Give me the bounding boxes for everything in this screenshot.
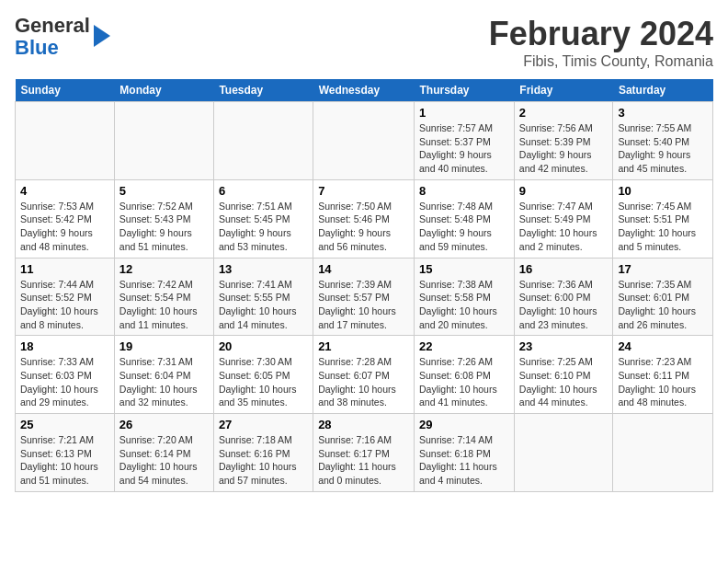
calendar-cell: 6Sunrise: 7:51 AM Sunset: 5:45 PM Daylig… bbox=[213, 179, 313, 258]
day-info: Sunrise: 7:21 AM Sunset: 6:13 PM Dayligh… bbox=[20, 434, 98, 486]
day-number: 27 bbox=[219, 418, 308, 431]
calendar-cell: 4Sunrise: 7:53 AM Sunset: 5:42 PM Daylig… bbox=[16, 179, 115, 258]
day-number: 29 bbox=[419, 418, 509, 431]
calendar-week-4: 18Sunrise: 7:33 AM Sunset: 6:03 PM Dayli… bbox=[16, 336, 713, 414]
day-info: Sunrise: 7:56 AM Sunset: 5:39 PM Dayligh… bbox=[519, 122, 593, 174]
day-info: Sunrise: 7:41 AM Sunset: 5:55 PM Dayligh… bbox=[219, 279, 297, 330]
day-info: Sunrise: 7:50 AM Sunset: 5:46 PM Dayligh… bbox=[318, 201, 392, 252]
calendar-cell: 22Sunrise: 7:26 AM Sunset: 6:08 PM Dayli… bbox=[415, 336, 515, 414]
day-number: 25 bbox=[20, 418, 109, 431]
day-info: Sunrise: 7:36 AM Sunset: 6:00 PM Dayligh… bbox=[519, 279, 597, 330]
day-number: 9 bbox=[519, 184, 609, 198]
day-number: 21 bbox=[318, 339, 409, 353]
calendar-cell: 29Sunrise: 7:14 AM Sunset: 6:18 PM Dayli… bbox=[415, 414, 515, 492]
day-number: 19 bbox=[119, 339, 209, 353]
day-info: Sunrise: 7:23 AM Sunset: 6:11 PM Dayligh… bbox=[618, 356, 696, 408]
header: General Blue February 2024 Fibis, Timis … bbox=[15, 15, 713, 70]
header-sunday: Sunday bbox=[16, 79, 115, 102]
title-area: February 2024 Fibis, Timis County, Roman… bbox=[489, 15, 713, 70]
calendar-cell bbox=[514, 414, 613, 492]
calendar-cell: 12Sunrise: 7:42 AM Sunset: 5:54 PM Dayli… bbox=[114, 258, 213, 336]
calendar-cell bbox=[114, 102, 213, 180]
day-info: Sunrise: 7:47 AM Sunset: 5:49 PM Dayligh… bbox=[519, 201, 597, 252]
day-info: Sunrise: 7:18 AM Sunset: 6:16 PM Dayligh… bbox=[219, 434, 297, 486]
day-number: 26 bbox=[119, 418, 209, 431]
day-number: 18 bbox=[20, 339, 109, 353]
day-number: 5 bbox=[119, 184, 209, 198]
day-info: Sunrise: 7:14 AM Sunset: 6:18 PM Dayligh… bbox=[419, 434, 497, 486]
header-monday: Monday bbox=[114, 79, 213, 102]
header-saturday: Saturday bbox=[613, 79, 713, 102]
day-number: 3 bbox=[618, 106, 708, 120]
calendar-cell: 9Sunrise: 7:47 AM Sunset: 5:49 PM Daylig… bbox=[514, 179, 613, 258]
calendar-week-3: 11Sunrise: 7:44 AM Sunset: 5:52 PM Dayli… bbox=[16, 258, 713, 336]
calendar-cell: 5Sunrise: 7:52 AM Sunset: 5:43 PM Daylig… bbox=[114, 179, 213, 258]
day-info: Sunrise: 7:26 AM Sunset: 6:08 PM Dayligh… bbox=[419, 356, 497, 408]
day-info: Sunrise: 7:20 AM Sunset: 6:14 PM Dayligh… bbox=[119, 434, 198, 486]
day-info: Sunrise: 7:16 AM Sunset: 6:17 PM Dayligh… bbox=[318, 434, 396, 486]
sub-title: Fibis, Timis County, Romania bbox=[489, 53, 713, 70]
calendar-week-5: 25Sunrise: 7:21 AM Sunset: 6:13 PM Dayli… bbox=[16, 414, 713, 492]
day-number: 7 bbox=[318, 184, 409, 198]
calendar-header-row: SundayMondayTuesdayWednesdayThursdayFrid… bbox=[16, 79, 713, 102]
day-info: Sunrise: 7:45 AM Sunset: 5:51 PM Dayligh… bbox=[618, 201, 696, 252]
calendar-cell: 2Sunrise: 7:56 AM Sunset: 5:39 PM Daylig… bbox=[514, 102, 613, 180]
day-number: 23 bbox=[519, 339, 609, 353]
day-info: Sunrise: 7:39 AM Sunset: 5:57 PM Dayligh… bbox=[318, 279, 396, 330]
calendar-cell: 21Sunrise: 7:28 AM Sunset: 6:07 PM Dayli… bbox=[313, 336, 415, 414]
calendar-cell: 3Sunrise: 7:55 AM Sunset: 5:40 PM Daylig… bbox=[613, 102, 713, 180]
day-info: Sunrise: 7:51 AM Sunset: 5:45 PM Dayligh… bbox=[219, 201, 292, 252]
day-number: 20 bbox=[219, 339, 308, 353]
calendar-cell: 14Sunrise: 7:39 AM Sunset: 5:57 PM Dayli… bbox=[313, 258, 415, 336]
calendar-cell: 17Sunrise: 7:35 AM Sunset: 6:01 PM Dayli… bbox=[613, 258, 713, 336]
day-number: 12 bbox=[119, 262, 209, 276]
calendar-cell bbox=[313, 102, 415, 180]
day-number: 13 bbox=[219, 262, 308, 276]
day-number: 16 bbox=[519, 262, 609, 276]
logo-general: General bbox=[15, 14, 90, 37]
day-info: Sunrise: 7:31 AM Sunset: 6:04 PM Dayligh… bbox=[119, 356, 198, 408]
calendar-cell: 13Sunrise: 7:41 AM Sunset: 5:55 PM Dayli… bbox=[213, 258, 313, 336]
day-info: Sunrise: 7:25 AM Sunset: 6:10 PM Dayligh… bbox=[519, 356, 597, 408]
calendar-cell: 8Sunrise: 7:48 AM Sunset: 5:48 PM Daylig… bbox=[415, 179, 515, 258]
day-info: Sunrise: 7:38 AM Sunset: 5:58 PM Dayligh… bbox=[419, 279, 497, 330]
day-number: 2 bbox=[519, 106, 609, 120]
day-info: Sunrise: 7:35 AM Sunset: 6:01 PM Dayligh… bbox=[618, 279, 696, 330]
header-tuesday: Tuesday bbox=[213, 79, 313, 102]
day-number: 28 bbox=[318, 418, 409, 431]
calendar-cell: 16Sunrise: 7:36 AM Sunset: 6:00 PM Dayli… bbox=[514, 258, 613, 336]
day-info: Sunrise: 7:52 AM Sunset: 5:43 PM Dayligh… bbox=[119, 201, 193, 252]
header-thursday: Thursday bbox=[415, 79, 515, 102]
calendar-week-1: 1Sunrise: 7:57 AM Sunset: 5:37 PM Daylig… bbox=[16, 102, 713, 180]
day-info: Sunrise: 7:55 AM Sunset: 5:40 PM Dayligh… bbox=[618, 122, 691, 174]
calendar-cell bbox=[16, 102, 115, 180]
calendar-cell: 19Sunrise: 7:31 AM Sunset: 6:04 PM Dayli… bbox=[114, 336, 213, 414]
header-wednesday: Wednesday bbox=[313, 79, 415, 102]
day-number: 24 bbox=[618, 339, 708, 353]
calendar-week-2: 4Sunrise: 7:53 AM Sunset: 5:42 PM Daylig… bbox=[16, 179, 713, 258]
calendar-table: SundayMondayTuesdayWednesdayThursdayFrid… bbox=[15, 79, 713, 492]
day-info: Sunrise: 7:57 AM Sunset: 5:37 PM Dayligh… bbox=[419, 122, 493, 174]
day-info: Sunrise: 7:42 AM Sunset: 5:54 PM Dayligh… bbox=[119, 279, 198, 330]
day-info: Sunrise: 7:33 AM Sunset: 6:03 PM Dayligh… bbox=[20, 356, 98, 408]
day-number: 1 bbox=[419, 106, 509, 120]
day-number: 10 bbox=[618, 184, 708, 198]
day-number: 15 bbox=[419, 262, 509, 276]
calendar-cell: 20Sunrise: 7:30 AM Sunset: 6:05 PM Dayli… bbox=[213, 336, 313, 414]
day-number: 14 bbox=[318, 262, 409, 276]
calendar-cell bbox=[213, 102, 313, 180]
day-info: Sunrise: 7:44 AM Sunset: 5:52 PM Dayligh… bbox=[20, 279, 98, 330]
day-number: 4 bbox=[20, 184, 109, 198]
day-number: 8 bbox=[419, 184, 509, 198]
logo: General Blue bbox=[15, 15, 110, 59]
day-number: 17 bbox=[618, 262, 708, 276]
calendar-cell: 7Sunrise: 7:50 AM Sunset: 5:46 PM Daylig… bbox=[313, 179, 415, 258]
calendar-cell: 18Sunrise: 7:33 AM Sunset: 6:03 PM Dayli… bbox=[16, 336, 115, 414]
calendar-cell bbox=[613, 414, 713, 492]
calendar-cell: 26Sunrise: 7:20 AM Sunset: 6:14 PM Dayli… bbox=[114, 414, 213, 492]
calendar-cell: 23Sunrise: 7:25 AM Sunset: 6:10 PM Dayli… bbox=[514, 336, 613, 414]
day-info: Sunrise: 7:30 AM Sunset: 6:05 PM Dayligh… bbox=[219, 356, 297, 408]
day-number: 6 bbox=[219, 184, 308, 198]
calendar-cell: 25Sunrise: 7:21 AM Sunset: 6:13 PM Dayli… bbox=[16, 414, 115, 492]
day-info: Sunrise: 7:48 AM Sunset: 5:48 PM Dayligh… bbox=[419, 201, 493, 252]
